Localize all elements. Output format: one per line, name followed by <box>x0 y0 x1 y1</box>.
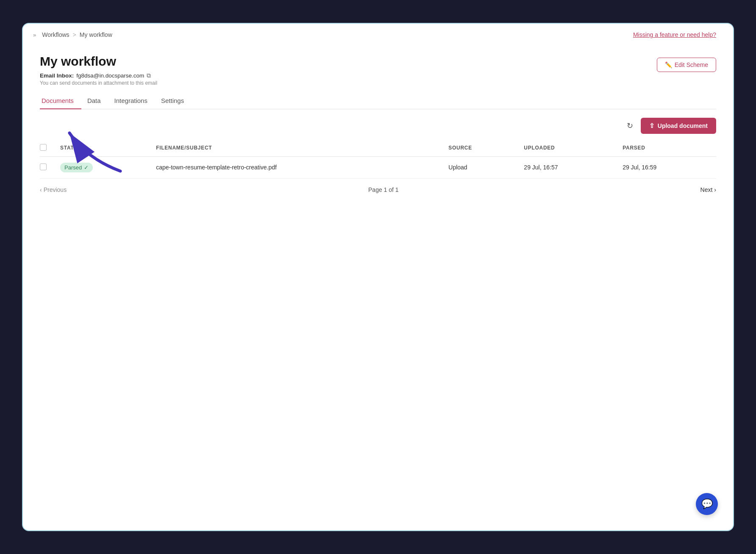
parsed-check-icon: ✓ <box>84 164 89 171</box>
select-all-checkbox[interactable] <box>40 144 47 151</box>
parsed-badge-label: Parsed <box>64 164 82 171</box>
th-status: STATUS <box>55 140 151 157</box>
th-checkbox <box>40 140 55 157</box>
help-link[interactable]: Missing a feature or need help? <box>633 31 716 38</box>
table-row[interactable]: Parsed ✓ cape-town-resume-template-retro… <box>40 156 716 178</box>
parsed-badge: Parsed ✓ <box>60 163 93 172</box>
app-frame: » Workflows > My workflow Missing a feat… <box>22 23 734 531</box>
breadcrumb-parent[interactable]: Workflows <box>42 31 69 38</box>
row-status: Parsed ✓ <box>55 156 151 178</box>
upload-icon: ⇧ <box>649 122 655 130</box>
pagination: ‹ Previous Page 1 of 1 Next › <box>40 186 716 193</box>
tab-settings[interactable]: Settings <box>159 93 192 109</box>
chat-icon: 💬 <box>701 499 713 510</box>
previous-button[interactable]: ‹ Previous <box>40 186 67 193</box>
breadcrumb: » Workflows > My workflow <box>33 31 112 38</box>
tab-data[interactable]: Data <box>86 93 108 109</box>
chat-bubble-button[interactable]: 💬 <box>696 493 718 515</box>
previous-label: Previous <box>44 186 67 193</box>
documents-table: STATUS FILENAME/SUBJECT SOURCE UPLOADED … <box>40 140 716 179</box>
page-title: My workflow <box>40 54 157 69</box>
prev-chevron-icon: ‹ <box>40 186 42 193</box>
main-content: My workflow Email Inbox: fg8dsa@in.docsp… <box>23 44 733 210</box>
pagination-info: Page 1 of 1 <box>368 186 399 193</box>
copy-icon[interactable]: ⧉ <box>147 72 151 79</box>
th-parsed: PARSED <box>617 140 716 157</box>
toolbar-row: ↻ ⇧ Upload document <box>40 118 716 134</box>
row-parsed: 29 Jul, 16:59 <box>617 156 716 178</box>
row-checkbox[interactable] <box>40 163 47 170</box>
row-filename[interactable]: cape-town-resume-template-retro-creative… <box>151 156 443 178</box>
tab-documents[interactable]: Documents <box>40 93 81 109</box>
email-hint: You can send documents in attachment to … <box>40 80 157 86</box>
next-label: Next <box>700 186 713 193</box>
page-header: My workflow Email Inbox: fg8dsa@in.docsp… <box>40 54 716 86</box>
next-button[interactable]: Next › <box>700 186 716 193</box>
th-source: SOURCE <box>443 140 519 157</box>
breadcrumb-separator: > <box>73 31 76 38</box>
th-filename: FILENAME/SUBJECT <box>151 140 443 157</box>
email-inbox-label: Email Inbox: <box>40 72 74 79</box>
upload-label: Upload document <box>658 122 708 129</box>
refresh-icon: ↻ <box>627 122 633 130</box>
row-uploaded: 29 Jul, 16:57 <box>519 156 617 178</box>
top-bar: » Workflows > My workflow Missing a feat… <box>23 24 733 44</box>
breadcrumb-current: My workflow <box>80 31 112 38</box>
edit-scheme-label: Edit Scheme <box>675 61 708 68</box>
upload-document-button[interactable]: ⇧ Upload document <box>641 118 716 134</box>
edit-icon: ✏️ <box>665 61 672 68</box>
row-checkbox-cell <box>40 156 55 178</box>
tab-integrations[interactable]: Integrations <box>113 93 155 109</box>
th-uploaded: UPLOADED <box>519 140 617 157</box>
row-source: Upload <box>443 156 519 178</box>
tabs: Documents Data Integrations Settings <box>40 93 716 109</box>
email-inbox-value: fg8dsa@in.docsparse.com <box>76 72 144 79</box>
next-chevron-icon: › <box>714 186 716 193</box>
page-title-section: My workflow Email Inbox: fg8dsa@in.docsp… <box>40 54 157 86</box>
email-inbox-row: Email Inbox: fg8dsa@in.docsparse.com ⧉ <box>40 72 157 79</box>
edit-scheme-button[interactable]: ✏️ Edit Scheme <box>657 58 716 72</box>
refresh-button[interactable]: ↻ <box>623 119 636 132</box>
sidebar-toggle-icon[interactable]: » <box>33 32 36 38</box>
